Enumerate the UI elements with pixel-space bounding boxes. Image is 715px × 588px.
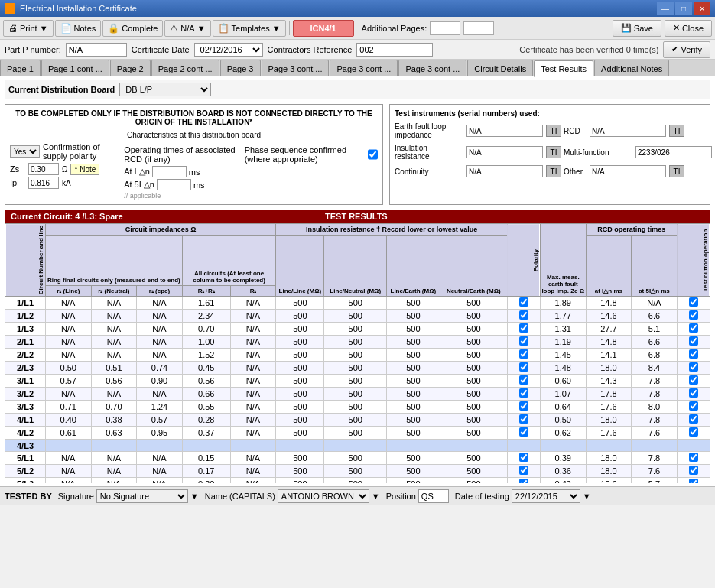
test-btn-checkbox[interactable] — [689, 427, 698, 437]
tab-page3-cont2[interactable]: Page 3 cont ... — [330, 60, 398, 76]
phase-checkbox[interactable] — [368, 149, 378, 160]
print-button[interactable]: 🖨 Print ▼ — [3, 20, 54, 37]
tab-circuit-details[interactable]: Circuit Details — [467, 60, 533, 76]
tab-page1[interactable]: Page 1 — [0, 60, 41, 76]
name-dropdown-icon: ▼ — [372, 492, 380, 501]
ze-cell: 1.31 — [540, 323, 586, 336]
test-btn-checkbox[interactable] — [689, 362, 698, 372]
insulation-input[interactable] — [466, 146, 543, 158]
notes-button[interactable]: 📄 Notes — [55, 20, 102, 37]
polarity-checkbox[interactable] — [519, 310, 528, 320]
tab-page1-cont[interactable]: Page 1 cont ... — [41, 60, 109, 76]
other-input[interactable] — [590, 165, 666, 177]
titlebar-close-button[interactable]: ✕ — [694, 2, 710, 15]
confirmation-select[interactable]: Yes — [10, 145, 40, 158]
icn-badge: ICN4/1 — [293, 20, 354, 37]
at-i5-input[interactable] — [157, 179, 191, 190]
at-i5-cell: 7.8 — [632, 414, 678, 427]
ze-cell: 1.07 — [540, 388, 586, 401]
earth-fault-input[interactable] — [466, 125, 543, 137]
polarity-checkbox[interactable] — [519, 375, 528, 385]
dist-board-select[interactable]: DB L/P — [119, 83, 211, 96]
tab-page3[interactable]: Page 3 — [220, 60, 261, 76]
test-btn-checkbox[interactable] — [689, 310, 698, 320]
table-cell: 500 — [276, 323, 324, 336]
save-button[interactable]: 💾 Save — [613, 20, 661, 37]
additional-pages-input[interactable] — [430, 21, 460, 35]
earth-fault-ti[interactable]: TI — [546, 125, 561, 137]
test-btn-checkbox[interactable] — [689, 336, 698, 346]
continuity-input[interactable] — [466, 165, 543, 177]
test-btn-checkbox[interactable] — [689, 466, 698, 475]
test-btn-checkbox[interactable] — [689, 401, 698, 411]
tab-page2[interactable]: Page 2 — [110, 60, 151, 76]
verify-button[interactable]: ✔ Verify — [663, 41, 710, 58]
part-p-input[interactable] — [66, 43, 127, 57]
cert-date-select[interactable]: 02/12/2016 — [194, 43, 263, 57]
minimize-button[interactable]: — — [657, 2, 674, 15]
table-cell: 500 — [387, 323, 440, 336]
test-btn-checkbox[interactable] — [689, 297, 698, 307]
table-cell: 500 — [276, 297, 324, 310]
at-i5-cell: 7.6 — [632, 427, 678, 440]
na-button[interactable]: ⚠ N/A ▼ — [164, 20, 210, 37]
polarity-checkbox[interactable] — [519, 427, 528, 437]
table-row: 1/L3N/AN/AN/A0.70N/A5005005005001.3127.7… — [5, 323, 710, 336]
additional-pages-input2[interactable] — [463, 21, 494, 35]
at-i1-cell: 17.8 — [586, 388, 632, 401]
complete-button[interactable]: 🔒 Complete — [102, 20, 163, 37]
rcd-ti[interactable]: TI — [669, 125, 684, 137]
continuity-ti[interactable]: TI — [546, 165, 561, 177]
polarity-checkbox[interactable] — [519, 453, 528, 462]
insulation-ti[interactable]: TI — [546, 146, 561, 158]
close-button[interactable]: ✕ Close — [665, 20, 712, 37]
position-input[interactable] — [418, 489, 449, 503]
contractors-ref-input[interactable] — [356, 43, 433, 57]
test-btn-checkbox[interactable] — [689, 479, 698, 483]
polarity-checkbox[interactable] — [519, 362, 528, 372]
polarity-checkbox[interactable] — [519, 401, 528, 411]
tab-page2-cont[interactable]: Page 2 cont ... — [151, 60, 219, 76]
tab-page3-cont3[interactable]: Page 3 cont ... — [398, 60, 466, 76]
insulation-label: Insulation resistance — [395, 144, 463, 161]
ipl-input[interactable] — [28, 177, 59, 189]
tab-page3-cont1[interactable]: Page 3 cont ... — [262, 60, 330, 76]
phase-row: Phase sequence confirmed (where appropri… — [245, 145, 378, 164]
test-btn-checkbox[interactable] — [689, 323, 698, 333]
at-i5-cell: 8.4 — [632, 362, 678, 375]
templates-button[interactable]: 📋 Templates ▼ — [213, 20, 286, 37]
tab-test-results[interactable]: Test Results — [534, 60, 593, 77]
name-select[interactable]: ANTONIO BROWN — [278, 489, 369, 503]
polarity-checkbox[interactable] — [519, 479, 528, 483]
test-btn-checkbox[interactable] — [689, 414, 698, 424]
test-btn-checkbox[interactable] — [689, 453, 698, 462]
multi-function-input[interactable] — [635, 146, 712, 158]
test-btn-checkbox[interactable] — [689, 375, 698, 385]
table-cell: N/A — [230, 452, 276, 465]
table-row: 3/L30.710.701.240.55N/A5005005005000.641… — [5, 401, 710, 414]
results-container[interactable]: Circuit Number and line Circuit impedanc… — [5, 223, 710, 483]
test-btn-checkbox[interactable] — [689, 349, 698, 359]
polarity-checkbox[interactable] — [519, 297, 528, 307]
date-testing-select[interactable]: 22/12/2015 — [512, 489, 580, 503]
polarity-checkbox[interactable] — [519, 349, 528, 359]
table-cell: N/A — [91, 349, 137, 362]
signature-select[interactable]: No Signature — [96, 489, 188, 503]
table-cell: 3/L2 — [5, 388, 46, 401]
polarity-checkbox[interactable] — [519, 323, 528, 333]
table-cell: 500 — [324, 349, 387, 362]
tab-additional-notes[interactable]: Additional Notes — [594, 60, 669, 76]
maximize-button[interactable]: □ — [675, 2, 692, 15]
note-button[interactable]: * Note — [70, 164, 99, 175]
other-ti[interactable]: TI — [669, 165, 684, 177]
polarity-checkbox[interactable] — [519, 414, 528, 424]
polarity-checkbox[interactable] — [519, 388, 528, 398]
polarity-checkbox[interactable] — [519, 336, 528, 346]
table-cell: - — [182, 440, 230, 452]
table-cell: 500 — [324, 401, 387, 414]
polarity-checkbox[interactable] — [519, 466, 528, 475]
test-btn-checkbox[interactable] — [689, 388, 698, 398]
at-i1-input[interactable] — [152, 166, 187, 177]
zs-input[interactable] — [28, 163, 59, 175]
rcd-input[interactable] — [590, 125, 666, 137]
